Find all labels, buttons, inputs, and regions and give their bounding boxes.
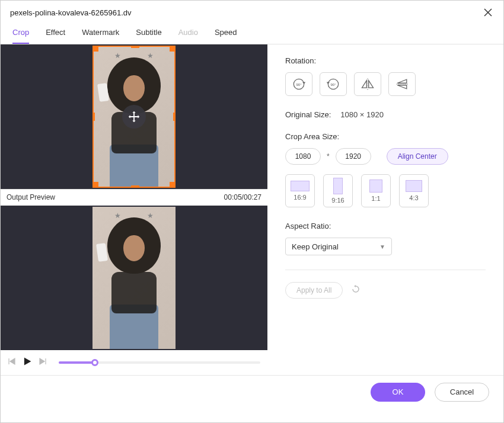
next-frame-icon[interactable] — [39, 357, 47, 368]
tab-subtitle[interactable]: Subtitle — [136, 24, 161, 44]
time-display: 00:05/00:27 — [224, 193, 261, 201]
ratio-shape-icon — [406, 180, 422, 192]
tab-speed[interactable]: Speed — [215, 24, 237, 44]
play-controls — [8, 356, 47, 369]
playback-slider[interactable] — [59, 361, 260, 364]
original-size-row: Original Size: 1080 × 1920 — [285, 110, 486, 119]
prev-frame-icon[interactable] — [8, 357, 16, 368]
close-icon[interactable] — [482, 7, 494, 18]
crop-area-label: Crop Area Size: — [285, 132, 486, 141]
slider-fill — [59, 361, 95, 364]
flip-vertical-icon[interactable] — [388, 72, 416, 96]
tab-effect[interactable]: Effect — [46, 24, 65, 44]
svg-text:90°: 90° — [296, 83, 302, 86]
cancel-button[interactable]: Cancel — [435, 383, 489, 402]
crop-handle-tl[interactable] — [92, 46, 98, 52]
ratio-shape-icon — [291, 181, 310, 191]
crop-handle-ml[interactable] — [92, 113, 95, 121]
crop-preview[interactable] — [1, 44, 267, 189]
crop-handle-br[interactable] — [170, 182, 176, 188]
multiply-symbol: * — [327, 152, 330, 161]
preview-panel: Output Preview 00:05/00:27 — [1, 44, 267, 375]
flip-horizontal-icon[interactable] — [354, 72, 381, 96]
content-area: Output Preview 00:05/00:27 — [1, 44, 503, 375]
move-handle-icon[interactable] — [122, 105, 146, 129]
chevron-down-icon: ▼ — [379, 243, 385, 250]
crop-width-input[interactable] — [285, 148, 321, 165]
align-center-button[interactable]: Align Center — [387, 148, 448, 165]
tab-audio: Audio — [178, 24, 198, 44]
crop-size-row: * Align Center — [285, 148, 486, 165]
ratio-shape-icon — [369, 180, 382, 193]
dialog-footer: OK Cancel — [1, 375, 503, 408]
tab-bar: Crop Effect Watermark Subtitle Audio Spe… — [1, 22, 503, 44]
crop-handle-mb[interactable] — [131, 185, 139, 188]
ratio-1-1[interactable]: 1:1 — [361, 174, 391, 207]
divider — [285, 270, 486, 270]
video-thumbnail-output — [92, 207, 176, 349]
svg-text:90°: 90° — [330, 83, 336, 86]
tab-watermark[interactable]: Watermark — [82, 24, 119, 44]
rotation-label: Rotation: — [285, 56, 486, 65]
ratio-9-16[interactable]: 9:16 — [323, 174, 353, 207]
window-title: pexels-polina-kovaleva-6265961.dv — [10, 8, 132, 17]
ratio-shape-icon — [333, 178, 343, 194]
playback-bar — [1, 350, 267, 375]
titlebar: pexels-polina-kovaleva-6265961.dv — [1, 1, 503, 22]
rotation-buttons: 90° 90° — [285, 72, 486, 96]
preview-status-bar: Output Preview 00:05/00:27 — [1, 189, 267, 206]
output-preview-label: Output Preview — [7, 193, 55, 201]
crop-height-input[interactable] — [336, 148, 371, 165]
crop-handle-mr[interactable] — [173, 113, 176, 121]
ratio-presets: 16:9 9:16 1:1 4:3 — [285, 174, 486, 207]
aspect-ratio-label: Aspect Ratio: — [285, 222, 486, 230]
settings-panel: Rotation: 90° 90° Original Size: 1080 × … — [267, 44, 503, 375]
output-frame — [92, 207, 176, 349]
crop-frame[interactable] — [92, 46, 176, 188]
original-size-value: 1080 × 1920 — [340, 110, 384, 119]
crop-handle-bl[interactable] — [92, 182, 98, 188]
rotate-ccw-icon[interactable]: 90° — [320, 72, 347, 96]
original-size-label: Original Size: — [285, 110, 331, 119]
play-icon[interactable] — [22, 356, 33, 369]
ratio-4-3[interactable]: 4:3 — [399, 174, 429, 207]
slider-thumb[interactable] — [91, 359, 98, 366]
aspect-ratio-selected: Keep Original — [292, 242, 339, 251]
crop-handle-mt[interactable] — [131, 46, 139, 48]
apply-to-all-button[interactable]: Apply to All — [285, 282, 343, 299]
crop-handle-tr[interactable] — [170, 46, 176, 52]
ratio-16-9[interactable]: 16:9 — [285, 174, 315, 207]
output-preview — [1, 206, 267, 350]
apply-row: Apply to All — [285, 282, 486, 299]
tab-crop[interactable]: Crop — [12, 24, 29, 44]
aspect-ratio-dropdown[interactable]: Keep Original ▼ — [285, 238, 392, 255]
ok-button[interactable]: OK — [371, 383, 425, 402]
reset-icon[interactable] — [351, 284, 361, 296]
rotate-cw-icon[interactable]: 90° — [285, 72, 312, 96]
